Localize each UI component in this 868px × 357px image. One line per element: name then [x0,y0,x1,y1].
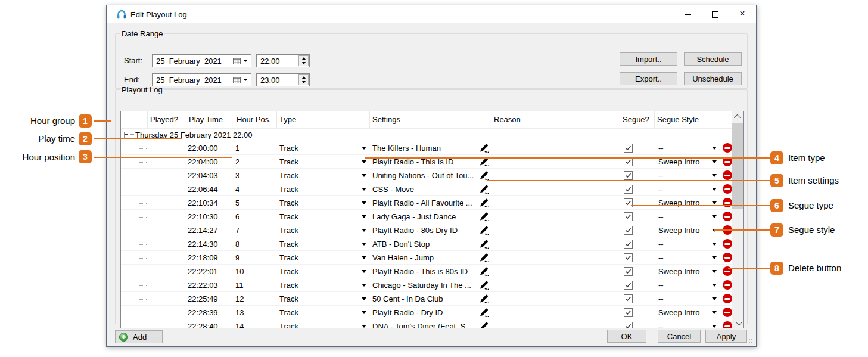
playout-row[interactable]: 22:22:03 11 Track Chicago - Saturday In … [121,278,733,292]
scroll-down-button[interactable] [732,318,743,328]
segue-checkbox[interactable] [624,281,633,290]
playout-row[interactable]: 22:28:40 14 Track DNA - Tom's Diner (Fea… [121,319,733,328]
segue-style-dropdown-icon[interactable] [712,311,717,314]
spin-down-button[interactable] [298,61,309,67]
cancel-button[interactable]: Cancel [658,330,701,343]
edit-pencil-icon[interactable] [480,239,489,249]
scrollbar-thumb[interactable] [732,123,743,209]
item-type-dropdown-icon[interactable] [362,311,366,314]
collapse-expander-icon[interactable] [124,132,130,138]
delete-icon[interactable] [723,184,732,194]
scroll-up-button[interactable] [732,111,743,122]
edit-pencil-icon[interactable] [480,294,489,303]
item-type-dropdown-icon[interactable] [362,325,366,328]
edit-pencil-icon[interactable] [480,280,489,290]
edit-pencil-icon[interactable] [480,212,489,221]
segue-style-dropdown-icon[interactable] [712,284,717,287]
minimize-button[interactable] [674,5,701,23]
playout-row[interactable]: 22:06:44 4 Track CSS - Move -- [121,182,733,196]
end-date-dropdown[interactable] [229,74,250,85]
item-type-dropdown-icon[interactable] [362,174,366,177]
unschedule-button[interactable]: Unschedule [684,72,742,85]
col-header-segue[interactable]: Segue? [620,111,655,128]
col-header-play-time[interactable]: Play Time [186,111,234,128]
playout-row[interactable]: 22:28:39 13 Track PlayIt Radio - Dry ID … [121,306,733,319]
segue-style-dropdown-icon[interactable] [712,174,717,177]
edit-pencil-icon[interactable] [480,321,489,328]
playout-row[interactable]: 22:25:49 12 Track 50 Cent - In Da Club -… [121,292,733,306]
hour-group-row[interactable]: Thursday 25 February 2021 22:00 [121,128,733,141]
playout-row[interactable]: 22:18:09 9 Track Van Halen - Jump -- [121,251,733,265]
start-time-field[interactable]: 22:00 [256,54,310,67]
delete-icon[interactable] [723,253,732,262]
segue-style-dropdown-icon[interactable] [712,215,717,218]
playout-row[interactable]: 22:10:34 5 Track PlayIt Radio - All Favo… [121,196,733,210]
segue-checkbox[interactable] [624,144,633,153]
item-type-dropdown-icon[interactable] [362,297,366,300]
edit-pencil-icon[interactable] [480,198,489,207]
item-type-dropdown-icon[interactable] [362,270,366,273]
close-button[interactable]: × [729,5,756,23]
playout-row[interactable]: 22:00:00 1 Track The Killers - Human -- [121,141,733,155]
edit-pencil-icon[interactable] [480,170,489,180]
edit-pencil-icon[interactable] [480,253,489,262]
edit-pencil-icon[interactable] [480,266,489,276]
maximize-button[interactable] [701,5,729,23]
spin-up-button[interactable] [298,55,309,61]
item-type-dropdown-icon[interactable] [362,284,366,287]
col-header-played[interactable]: Played? [148,111,186,128]
delete-icon[interactable] [723,321,732,328]
col-header-delete[interactable] [721,111,733,128]
col-header-settings[interactable]: Settings [370,111,491,128]
edit-pencil-icon[interactable] [480,308,489,317]
segue-style-dropdown-icon[interactable] [712,243,717,246]
end-date-picker[interactable]: 25 February 2021 [152,73,251,86]
playout-row[interactable]: 22:22:01 10 Track PlayIt Radio - This is… [121,265,733,278]
playout-row[interactable]: 22:10:30 6 Track Lady Gaga - Just Dance … [121,210,733,223]
apply-button[interactable]: Apply [705,330,747,343]
delete-icon[interactable] [723,308,732,317]
item-type-dropdown-icon[interactable] [362,188,366,191]
col-header-type[interactable]: Type [277,111,370,128]
segue-checkbox[interactable] [624,322,633,328]
export-button[interactable]: Export.. [620,72,677,85]
segue-style-dropdown-icon[interactable] [712,297,717,300]
segue-checkbox[interactable] [624,212,633,221]
item-type-dropdown-icon[interactable] [362,256,366,259]
segue-checkbox[interactable] [624,240,633,249]
col-header-reason[interactable]: Reason [491,111,620,128]
start-date-dropdown[interactable] [229,55,250,66]
end-time-field[interactable]: 23:00 [256,73,310,86]
add-button[interactable]: Add [115,330,163,343]
segue-style-dropdown-icon[interactable] [712,160,717,163]
segue-checkbox[interactable] [624,294,633,303]
delete-icon[interactable] [723,212,732,221]
segue-style-dropdown-icon[interactable] [712,147,717,150]
item-type-dropdown-icon[interactable] [362,243,366,246]
segue-checkbox[interactable] [624,171,633,180]
ok-button[interactable]: OK [607,330,646,343]
segue-checkbox[interactable] [624,157,633,166]
schedule-button[interactable]: Schedule [684,52,742,66]
segue-style-dropdown-icon[interactable] [712,201,717,204]
col-header-segue-style[interactable]: Segue Style [655,111,721,128]
vertical-scrollbar[interactable] [732,111,743,328]
item-type-dropdown-icon[interactable] [362,215,366,218]
playout-row[interactable]: 22:14:30 8 Track ATB - Don't Stop -- [121,237,733,251]
playout-row[interactable]: 22:14:27 7 Track PlayIt Radio - 80s Dry … [121,223,733,237]
delete-icon[interactable] [723,239,732,249]
delete-icon[interactable] [723,294,732,303]
resize-grip[interactable] [748,339,754,344]
spin-up-button[interactable] [298,74,309,80]
spin-down-button[interactable] [298,80,309,86]
col-header-tree[interactable] [121,111,148,128]
segue-checkbox[interactable] [624,226,633,235]
delete-icon[interactable] [723,170,732,180]
item-type-dropdown-icon[interactable] [362,229,366,232]
segue-checkbox[interactable] [624,253,633,262]
start-date-picker[interactable]: 25 February 2021 [152,54,251,67]
segue-style-dropdown-icon[interactable] [712,188,717,191]
edit-pencil-icon[interactable] [480,143,489,153]
segue-checkbox[interactable] [624,308,633,317]
item-type-dropdown-icon[interactable] [362,147,366,150]
